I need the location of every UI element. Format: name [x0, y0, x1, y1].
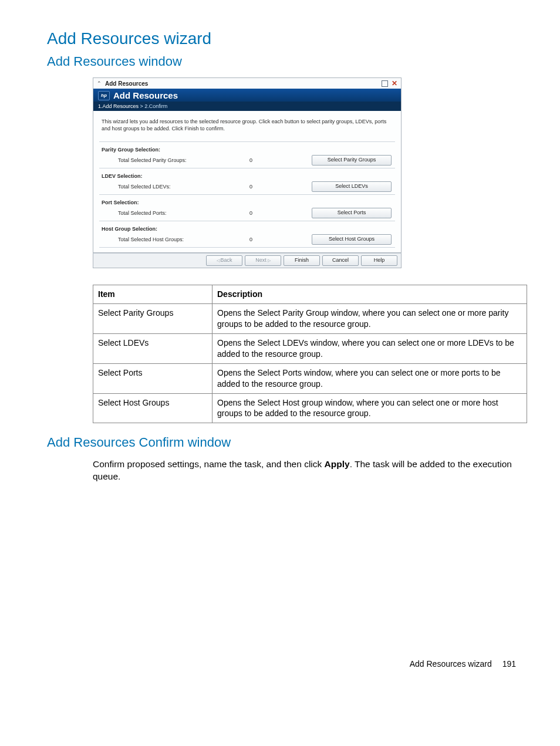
cell-item: Select Ports — [93, 363, 212, 393]
section-title: Port Selection: — [102, 200, 393, 205]
section-port: Port Selection: Select Ports Total Selec… — [99, 194, 395, 221]
footer-label: Add Resources wizard — [410, 659, 492, 669]
next-button[interactable]: Next — [245, 255, 281, 266]
wizard-screenshot: ⌃ Add Resources ✕ hp Add Resources 1.Add… — [93, 77, 402, 268]
cancel-button[interactable]: Cancel — [322, 255, 359, 266]
hp-logo-icon: hp — [98, 91, 110, 100]
confirm-paragraph: Confirm proposed settings, name the task… — [93, 458, 527, 483]
table-row: Select LDEVs Opens the Select LDEVs wind… — [93, 333, 527, 363]
total-label: Total Selected Parity Groups: — [102, 157, 249, 163]
table-row: Select Host Groups Opens the Select Host… — [93, 393, 527, 423]
section-title: LDEV Selection: — [102, 173, 393, 179]
step-1: 1.Add Resources — [98, 103, 139, 109]
step-bar: 1.Add Resources > 2.Confirm — [93, 102, 402, 111]
window-body: This wizard lets you add resources to th… — [93, 111, 402, 253]
page-footer: Add Resources wizard 191 — [47, 659, 516, 669]
th-item: Item — [93, 285, 212, 304]
cell-item: Select LDEVs — [93, 333, 212, 363]
total-value: 0 — [249, 184, 296, 190]
back-button[interactable]: Back — [206, 255, 242, 266]
section-ldev: LDEV Selection: Select LDEVs Total Selec… — [99, 168, 395, 194]
th-desc: Description — [212, 285, 527, 304]
total-value: 0 — [249, 157, 296, 163]
intro-text: This wizard lets you add resources to th… — [102, 118, 393, 132]
cell-desc: Opens the Select LDEVs window, where you… — [212, 333, 527, 363]
window-header-title: Add Resources — [113, 90, 178, 100]
heading-window: Add Resources window — [47, 54, 516, 69]
heading-confirm: Add Resources Confirm window — [47, 435, 516, 450]
total-label: Total Selected Host Groups: — [102, 237, 249, 242]
section-title: Parity Group Selection: — [102, 147, 393, 153]
heading-wizard: Add Resources wizard — [47, 29, 516, 48]
select-ports-button[interactable]: Select Ports — [312, 208, 392, 218]
cell-desc: Opens the Select Parity Group window, wh… — [212, 304, 527, 334]
footer-page-number: 191 — [502, 659, 516, 669]
collapse-icon[interactable]: ⌃ — [97, 80, 102, 86]
confirm-pre: Confirm proposed settings, name the task… — [93, 459, 325, 469]
cell-item: Select Host Groups — [93, 393, 212, 423]
total-value: 0 — [249, 210, 296, 216]
total-label: Total Selected Ports: — [102, 210, 249, 216]
wizard-footer: Back Next Finish Cancel Help — [93, 253, 402, 268]
window-titlebar: ⌃ Add Resources ✕ — [93, 77, 402, 89]
close-icon[interactable]: ✕ — [392, 80, 397, 87]
select-ldevs-button[interactable]: Select LDEVs — [312, 181, 392, 192]
maximize-icon[interactable] — [382, 80, 388, 87]
step-sep: > — [139, 103, 144, 109]
finish-button[interactable]: Finish — [284, 255, 320, 266]
section-parity: Parity Group Selection: Select Parity Gr… — [99, 141, 395, 168]
table-row: Select Ports Opens the Select Ports wind… — [93, 363, 527, 393]
description-table: Item Description Select Parity Groups Op… — [93, 285, 527, 423]
help-button[interactable]: Help — [361, 255, 397, 266]
step-2: 2.Confirm — [144, 103, 167, 109]
cell-item: Select Parity Groups — [93, 304, 212, 334]
select-host-groups-button[interactable]: Select Host Groups — [312, 234, 392, 245]
cell-desc: Opens the Select Ports window, where you… — [212, 363, 527, 393]
window-title: Add Resources — [105, 80, 382, 87]
window-header: hp Add Resources — [93, 89, 402, 102]
section-hostgroup: Host Group Selection: Select Host Groups… — [99, 221, 395, 248]
total-value: 0 — [249, 237, 296, 242]
select-parity-groups-button[interactable]: Select Parity Groups — [312, 155, 392, 166]
total-label: Total Selected LDEVs: — [102, 184, 249, 190]
table-row: Select Parity Groups Opens the Select Pa… — [93, 304, 527, 334]
section-title: Host Group Selection: — [102, 226, 393, 232]
confirm-bold: Apply — [325, 459, 350, 469]
cell-desc: Opens the Select Host group window, wher… — [212, 393, 527, 423]
